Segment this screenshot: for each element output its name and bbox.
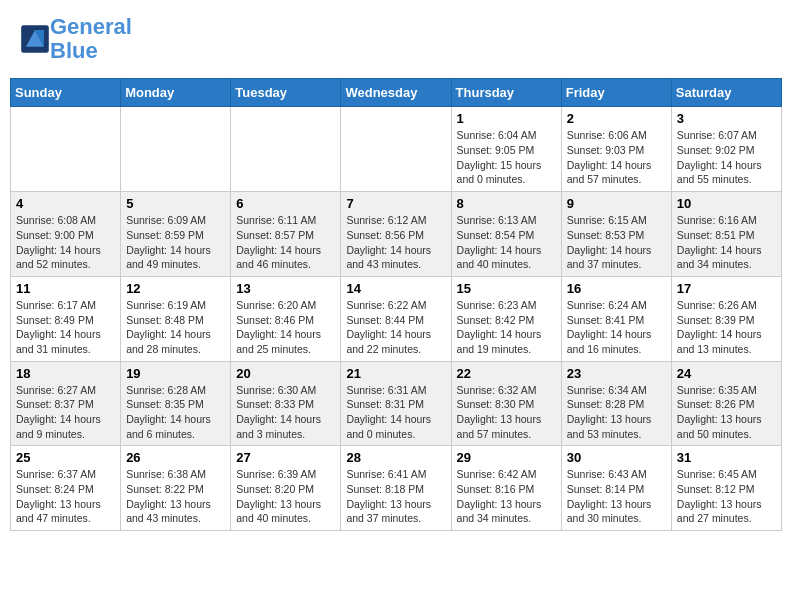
week-row-1: 4Sunrise: 6:08 AM Sunset: 9:00 PM Daylig… [11,192,782,277]
day-detail: Sunrise: 6:27 AM Sunset: 8:37 PM Dayligh… [16,383,115,442]
header-day-monday: Monday [121,79,231,107]
day-detail: Sunrise: 6:13 AM Sunset: 8:54 PM Dayligh… [457,213,556,272]
day-number: 5 [126,196,225,211]
calendar-cell: 25Sunrise: 6:37 AM Sunset: 8:24 PM Dayli… [11,446,121,531]
day-detail: Sunrise: 6:09 AM Sunset: 8:59 PM Dayligh… [126,213,225,272]
week-row-3: 18Sunrise: 6:27 AM Sunset: 8:37 PM Dayli… [11,361,782,446]
calendar-cell [121,107,231,192]
day-number: 31 [677,450,776,465]
day-number: 6 [236,196,335,211]
day-detail: Sunrise: 6:06 AM Sunset: 9:03 PM Dayligh… [567,128,666,187]
header-day-wednesday: Wednesday [341,79,451,107]
calendar-cell: 23Sunrise: 6:34 AM Sunset: 8:28 PM Dayli… [561,361,671,446]
header-row: SundayMondayTuesdayWednesdayThursdayFrid… [11,79,782,107]
logo: General Blue [20,15,132,63]
calendar-cell: 2Sunrise: 6:06 AM Sunset: 9:03 PM Daylig… [561,107,671,192]
day-number: 22 [457,366,556,381]
week-row-0: 1Sunrise: 6:04 AM Sunset: 9:05 PM Daylig… [11,107,782,192]
calendar-cell: 29Sunrise: 6:42 AM Sunset: 8:16 PM Dayli… [451,446,561,531]
calendar-cell: 16Sunrise: 6:24 AM Sunset: 8:41 PM Dayli… [561,276,671,361]
day-detail: Sunrise: 6:22 AM Sunset: 8:44 PM Dayligh… [346,298,445,357]
day-detail: Sunrise: 6:20 AM Sunset: 8:46 PM Dayligh… [236,298,335,357]
calendar-cell: 4Sunrise: 6:08 AM Sunset: 9:00 PM Daylig… [11,192,121,277]
header-day-saturday: Saturday [671,79,781,107]
day-detail: Sunrise: 6:28 AM Sunset: 8:35 PM Dayligh… [126,383,225,442]
header-day-tuesday: Tuesday [231,79,341,107]
logo-icon [20,24,50,54]
week-row-2: 11Sunrise: 6:17 AM Sunset: 8:49 PM Dayli… [11,276,782,361]
day-number: 9 [567,196,666,211]
day-number: 23 [567,366,666,381]
day-number: 7 [346,196,445,211]
calendar-cell: 8Sunrise: 6:13 AM Sunset: 8:54 PM Daylig… [451,192,561,277]
day-detail: Sunrise: 6:34 AM Sunset: 8:28 PM Dayligh… [567,383,666,442]
day-number: 26 [126,450,225,465]
calendar-cell: 28Sunrise: 6:41 AM Sunset: 8:18 PM Dayli… [341,446,451,531]
day-number: 3 [677,111,776,126]
day-number: 19 [126,366,225,381]
header-day-friday: Friday [561,79,671,107]
day-detail: Sunrise: 6:39 AM Sunset: 8:20 PM Dayligh… [236,467,335,526]
day-number: 8 [457,196,556,211]
calendar-cell: 1Sunrise: 6:04 AM Sunset: 9:05 PM Daylig… [451,107,561,192]
calendar-cell: 17Sunrise: 6:26 AM Sunset: 8:39 PM Dayli… [671,276,781,361]
day-number: 27 [236,450,335,465]
day-detail: Sunrise: 6:26 AM Sunset: 8:39 PM Dayligh… [677,298,776,357]
calendar-table: SundayMondayTuesdayWednesdayThursdayFrid… [10,78,782,531]
calendar-cell: 26Sunrise: 6:38 AM Sunset: 8:22 PM Dayli… [121,446,231,531]
calendar-cell: 13Sunrise: 6:20 AM Sunset: 8:46 PM Dayli… [231,276,341,361]
day-number: 4 [16,196,115,211]
day-number: 17 [677,281,776,296]
calendar-cell [11,107,121,192]
week-row-4: 25Sunrise: 6:37 AM Sunset: 8:24 PM Dayli… [11,446,782,531]
day-detail: Sunrise: 6:15 AM Sunset: 8:53 PM Dayligh… [567,213,666,272]
day-detail: Sunrise: 6:19 AM Sunset: 8:48 PM Dayligh… [126,298,225,357]
calendar-cell: 14Sunrise: 6:22 AM Sunset: 8:44 PM Dayli… [341,276,451,361]
day-number: 24 [677,366,776,381]
day-detail: Sunrise: 6:11 AM Sunset: 8:57 PM Dayligh… [236,213,335,272]
calendar-cell: 3Sunrise: 6:07 AM Sunset: 9:02 PM Daylig… [671,107,781,192]
day-detail: Sunrise: 6:31 AM Sunset: 8:31 PM Dayligh… [346,383,445,442]
calendar-cell [231,107,341,192]
day-detail: Sunrise: 6:43 AM Sunset: 8:14 PM Dayligh… [567,467,666,526]
calendar-cell: 24Sunrise: 6:35 AM Sunset: 8:26 PM Dayli… [671,361,781,446]
day-number: 11 [16,281,115,296]
day-number: 13 [236,281,335,296]
day-number: 21 [346,366,445,381]
calendar-cell: 18Sunrise: 6:27 AM Sunset: 8:37 PM Dayli… [11,361,121,446]
day-number: 29 [457,450,556,465]
day-number: 12 [126,281,225,296]
calendar-cell: 30Sunrise: 6:43 AM Sunset: 8:14 PM Dayli… [561,446,671,531]
calendar-cell: 6Sunrise: 6:11 AM Sunset: 8:57 PM Daylig… [231,192,341,277]
day-number: 1 [457,111,556,126]
calendar-header: SundayMondayTuesdayWednesdayThursdayFrid… [11,79,782,107]
header-day-sunday: Sunday [11,79,121,107]
day-detail: Sunrise: 6:32 AM Sunset: 8:30 PM Dayligh… [457,383,556,442]
day-number: 10 [677,196,776,211]
day-detail: Sunrise: 6:17 AM Sunset: 8:49 PM Dayligh… [16,298,115,357]
calendar-cell: 19Sunrise: 6:28 AM Sunset: 8:35 PM Dayli… [121,361,231,446]
day-detail: Sunrise: 6:30 AM Sunset: 8:33 PM Dayligh… [236,383,335,442]
logo-blue: Blue [50,38,98,63]
day-detail: Sunrise: 6:45 AM Sunset: 8:12 PM Dayligh… [677,467,776,526]
calendar-cell: 20Sunrise: 6:30 AM Sunset: 8:33 PM Dayli… [231,361,341,446]
day-number: 16 [567,281,666,296]
day-number: 15 [457,281,556,296]
calendar-cell [341,107,451,192]
calendar-body: 1Sunrise: 6:04 AM Sunset: 9:05 PM Daylig… [11,107,782,531]
calendar-cell: 12Sunrise: 6:19 AM Sunset: 8:48 PM Dayli… [121,276,231,361]
calendar-cell: 15Sunrise: 6:23 AM Sunset: 8:42 PM Dayli… [451,276,561,361]
calendar-cell: 21Sunrise: 6:31 AM Sunset: 8:31 PM Dayli… [341,361,451,446]
calendar-cell: 9Sunrise: 6:15 AM Sunset: 8:53 PM Daylig… [561,192,671,277]
day-detail: Sunrise: 6:04 AM Sunset: 9:05 PM Dayligh… [457,128,556,187]
day-number: 18 [16,366,115,381]
day-detail: Sunrise: 6:24 AM Sunset: 8:41 PM Dayligh… [567,298,666,357]
day-number: 30 [567,450,666,465]
day-number: 25 [16,450,115,465]
day-detail: Sunrise: 6:08 AM Sunset: 9:00 PM Dayligh… [16,213,115,272]
day-detail: Sunrise: 6:23 AM Sunset: 8:42 PM Dayligh… [457,298,556,357]
calendar-cell: 5Sunrise: 6:09 AM Sunset: 8:59 PM Daylig… [121,192,231,277]
day-number: 28 [346,450,445,465]
day-number: 2 [567,111,666,126]
logo-general: General [50,14,132,39]
